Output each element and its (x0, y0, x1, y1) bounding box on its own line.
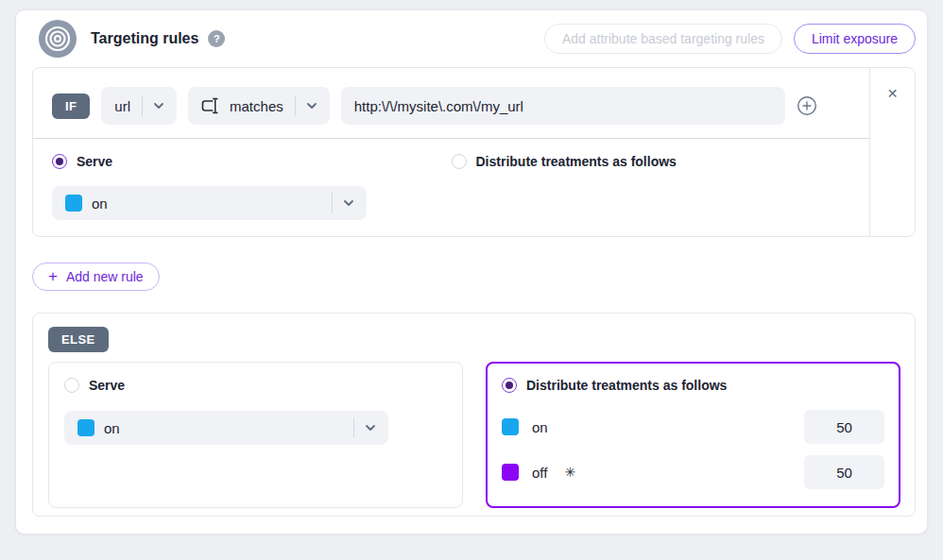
treatment-percent-input[interactable] (804, 410, 884, 444)
else-rule-card: ELSE Serve on (32, 313, 916, 517)
operator-select-value: matches (230, 98, 283, 114)
chevron-down-icon (152, 99, 165, 112)
default-treatment-icon: ✳ (564, 465, 575, 480)
match-value-input[interactable] (341, 87, 785, 125)
chevron-down-icon (305, 99, 318, 112)
header-actions: Add attribute based targeting rules Limi… (544, 24, 916, 54)
serve-options-row: Serve Distribute treatments as follows (33, 139, 869, 169)
attribute-select-value: url (114, 98, 130, 114)
else-distribute-radio[interactable] (502, 378, 517, 393)
distribute-radio[interactable] (452, 154, 467, 169)
attribute-select[interactable]: url (101, 87, 177, 125)
select-divider (353, 417, 354, 438)
else-treatment-select[interactable]: on (64, 411, 388, 445)
treatment-color-swatch (65, 195, 82, 212)
else-badge: ELSE (48, 327, 109, 352)
condition-row: IF url (33, 68, 869, 139)
plus-circle-icon[interactable] (797, 95, 817, 116)
else-distribute-panel: Distribute treatments as follows on off … (486, 362, 900, 508)
rule-side-column: ✕ (869, 68, 915, 236)
treatment-color-swatch (502, 418, 519, 435)
if-badge: IF (52, 93, 90, 119)
else-treatment-select-value: on (104, 420, 120, 436)
select-divider (332, 193, 333, 213)
else-serve-option[interactable]: Serve (64, 378, 447, 393)
select-divider (295, 95, 296, 116)
add-attribute-rules-button[interactable]: Add attribute based targeting rules (544, 24, 782, 54)
else-panels: Serve on Distribute treatments as follow… (48, 362, 900, 508)
targeting-rules-panel: Targeting rules ? Add attribute based ta… (15, 9, 928, 535)
chevron-down-icon (342, 196, 355, 210)
else-serve-label: Serve (89, 378, 125, 393)
string-match-icon (201, 97, 220, 114)
limit-exposure-button[interactable]: Limit exposure (794, 24, 916, 54)
select-divider (142, 95, 143, 116)
targeting-rule-card: IF url (32, 67, 916, 237)
else-distribute-option[interactable]: Distribute treatments as follows (502, 378, 884, 393)
else-serve-radio[interactable] (64, 378, 79, 393)
treatment-color-swatch (502, 464, 519, 481)
else-serve-panel: Serve on (48, 362, 463, 508)
serve-radio[interactable] (52, 154, 67, 169)
rule-main: IF url (33, 68, 869, 236)
treatment-color-swatch (77, 419, 94, 436)
add-new-rule-label: Add new rule (66, 269, 144, 284)
target-icon (39, 20, 77, 58)
treatment-row: on (502, 410, 884, 444)
treatment-name: off (532, 465, 547, 481)
chevron-down-icon (364, 421, 377, 434)
distribute-label: Distribute treatments as follows (476, 154, 677, 169)
serve-label: Serve (77, 154, 112, 169)
close-icon[interactable]: ✕ (887, 87, 899, 236)
page-title: Targeting rules (91, 30, 198, 47)
help-icon[interactable]: ? (208, 30, 225, 47)
treatment-name: on (532, 419, 548, 435)
serve-option[interactable]: Serve (52, 154, 452, 169)
treatment-select-value: on (92, 195, 108, 212)
operator-select[interactable]: matches (188, 87, 330, 125)
treatment-select[interactable]: on (52, 186, 367, 220)
plus-icon: + (48, 268, 58, 284)
header: Targeting rules ? Add attribute based ta… (16, 10, 927, 67)
treatment-percent-input[interactable] (804, 455, 884, 489)
add-new-rule-button[interactable]: + Add new rule (32, 263, 160, 291)
distribute-option[interactable]: Distribute treatments as follows (452, 154, 851, 169)
else-distribute-label: Distribute treatments as follows (526, 378, 727, 393)
treatment-row: off ✳ (502, 455, 884, 489)
